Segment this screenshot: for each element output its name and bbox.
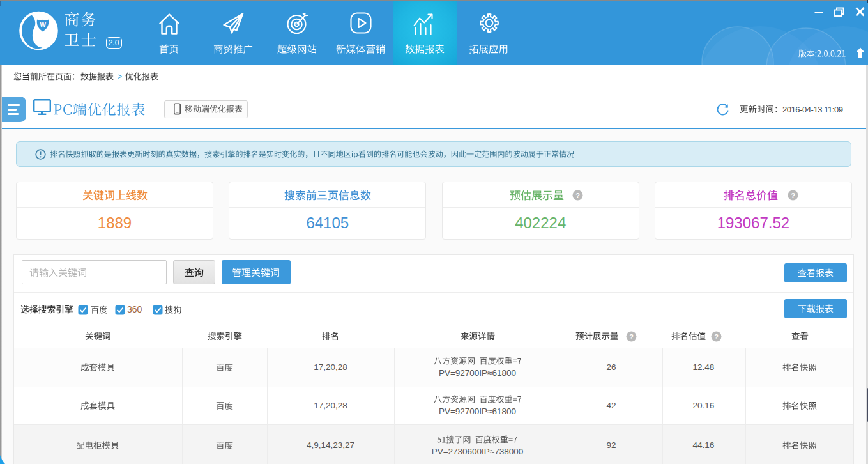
svg-text:?: ? xyxy=(714,332,719,340)
svg-text:W: W xyxy=(40,20,46,28)
svg-text:?: ? xyxy=(791,191,795,199)
svg-text:?: ? xyxy=(629,332,634,340)
svg-text:?: ? xyxy=(575,191,580,199)
